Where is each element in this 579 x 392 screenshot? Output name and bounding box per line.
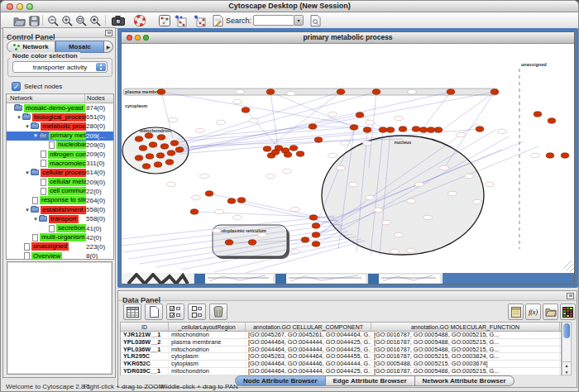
network-node-unselected[interactable] — [448, 191, 457, 196]
tree-column-network[interactable]: Network — [7, 94, 85, 103]
network-node-unselected[interactable] — [366, 120, 375, 125]
network-node-unselected[interactable] — [363, 141, 372, 146]
unselect-attributes-icon[interactable] — [188, 304, 206, 320]
network-node[interactable] — [156, 153, 165, 158]
tiled-window-strip[interactable] — [122, 273, 574, 284]
network-node[interactable] — [227, 198, 236, 203]
network-node[interactable] — [225, 240, 233, 245]
network-node-unselected[interactable] — [473, 199, 482, 204]
new-attribute-icon[interactable] — [145, 304, 163, 320]
network-node-unselected[interactable] — [291, 249, 300, 254]
network-node[interactable] — [271, 150, 280, 155]
save-icon[interactable] — [26, 14, 41, 27]
network-node-unselected[interactable] — [390, 249, 400, 254]
network-node-unselected[interactable] — [328, 112, 337, 117]
network-node-unselected[interactable] — [233, 215, 242, 220]
network-node-unselected[interactable] — [291, 207, 300, 212]
network-node[interactable] — [337, 89, 345, 94]
tree-row[interactable]: nucleobase-209(0) — [7, 141, 113, 150]
tree-row[interactable]: ▾metabolic process280(0) — [7, 122, 113, 131]
network-node[interactable] — [248, 240, 256, 245]
table-row[interactable]: YDR039C__1mitochondrion[GO:0044464, GO:0… — [121, 368, 561, 375]
network-node-unselected[interactable] — [215, 209, 224, 214]
attribute-editor-icon[interactable] — [508, 304, 524, 320]
network-node[interactable] — [146, 154, 154, 159]
table-row[interactable]: YJR121W__1mitochondrion[GO:0045267, GO:0… — [121, 332, 561, 339]
column-header[interactable]: annotation.GO CELLULAR_COMPONENT — [246, 323, 371, 331]
network-node[interactable] — [290, 146, 298, 151]
network-node[interactable] — [160, 144, 169, 149]
network-node-unselected[interactable] — [169, 117, 178, 122]
network-node[interactable] — [242, 108, 250, 112]
network-node[interactable] — [386, 127, 395, 132]
network-node-unselected[interactable] — [366, 195, 375, 200]
import-attributes-icon[interactable] — [543, 304, 558, 320]
tree-row[interactable]: multi-organism pro42(0) — [7, 233, 113, 242]
search-input[interactable] — [253, 15, 294, 26]
network-node[interactable] — [309, 215, 318, 220]
network-node-unselected[interactable] — [192, 195, 201, 200]
tree-row[interactable]: cellular metabol209(0) — [7, 178, 113, 187]
zoom-selected-icon[interactable] — [88, 14, 103, 27]
float-data-panel-icon[interactable] — [567, 293, 574, 299]
network-node-unselected[interactable] — [382, 220, 391, 225]
minimize-window-icon[interactable] — [17, 3, 23, 10]
expander-icon[interactable]: ▾ — [24, 207, 31, 213]
tree-row[interactable]: secretion41(0) — [7, 223, 113, 232]
tree-row[interactable]: ▾transport558(0) — [7, 214, 113, 223]
network-node-unselected[interactable] — [250, 118, 259, 123]
expander-icon[interactable]: ▾ — [16, 114, 22, 121]
search-dropdown-icon[interactable]: ▾ — [294, 15, 304, 26]
network-node-unselected[interactable] — [408, 89, 417, 94]
network-node[interactable] — [170, 141, 179, 146]
network-node[interactable] — [157, 135, 165, 140]
network-node[interactable] — [266, 89, 275, 94]
network-node-unselected[interactable] — [167, 182, 176, 187]
network-node-unselected[interactable] — [440, 165, 449, 170]
table-scrollbar[interactable]: ▲▼ — [562, 322, 572, 375]
network-node[interactable] — [476, 127, 484, 131]
zoom-fit-icon[interactable] — [74, 14, 89, 27]
network-edge[interactable] — [313, 127, 355, 127]
network-canvas[interactable]: plasma membranecytoplasmnucleusmitochond… — [122, 44, 574, 273]
network-node-unselected[interactable] — [407, 248, 416, 253]
tab-network-attribute-browser[interactable]: Network Attribute Browser — [415, 375, 514, 386]
network-node-unselected[interactable] — [349, 182, 358, 187]
tab-edge-attribute-browser[interactable]: Edge Attribute Browser — [326, 375, 415, 386]
merge-networks-1-icon[interactable] — [173, 14, 188, 27]
network-node-unselected[interactable] — [217, 120, 226, 125]
network-node[interactable] — [284, 152, 292, 157]
table-row[interactable]: YPL036W__2plasma membrane[GO:0044464, GO… — [121, 339, 561, 347]
zoom-in-icon[interactable] — [60, 14, 74, 27]
advanced-search-icon[interactable] — [308, 14, 323, 27]
annotation-icon[interactable] — [210, 14, 225, 27]
network-node-unselected[interactable] — [531, 153, 540, 158]
tree-row[interactable]: ▾biological_process651(0) — [7, 112, 113, 122]
table-row[interactable]: YPL036W__1mitochondrion[GO:0044464, GO:0… — [121, 347, 561, 354]
network-node-unselected[interactable] — [415, 182, 424, 187]
network-node[interactable] — [312, 223, 320, 228]
expander-icon[interactable]: ▾ — [24, 170, 31, 176]
network-edge[interactable] — [161, 92, 383, 130]
network-node-unselected[interactable] — [395, 116, 404, 121]
network-node-unselected[interactable] — [407, 198, 416, 203]
tree-row[interactable]: macromolecule311(0) — [7, 159, 113, 168]
attribute-select-table-icon[interactable] — [123, 304, 141, 320]
expander-icon[interactable]: ▾ — [32, 132, 39, 139]
view-close-icon[interactable] — [127, 35, 132, 41]
network-node[interactable] — [534, 112, 542, 117]
select-nodes-checkbox[interactable]: ✓ — [12, 82, 21, 91]
background-window-edge[interactable] — [368, 274, 441, 284]
tree-row[interactable]: ▾establishment of lo558(0) — [7, 205, 113, 214]
network-edge[interactable] — [209, 194, 338, 222]
node-color-select[interactable]: transporter activity ▲▼ — [12, 61, 108, 73]
tree-column-nodes[interactable]: Nodes — [85, 94, 113, 103]
column-header[interactable]: annotation.GO MOLECULAR_FUNCTION — [371, 323, 560, 331]
network-node[interactable] — [165, 160, 174, 165]
network-node[interactable] — [167, 151, 175, 155]
attribute-heatmap-icon[interactable] — [560, 304, 576, 320]
expander-icon[interactable]: ▾ — [32, 216, 39, 222]
network-node[interactable] — [296, 151, 304, 156]
network-node[interactable] — [314, 137, 323, 142]
tree-row[interactable]: unassigned223(0) — [7, 242, 113, 251]
